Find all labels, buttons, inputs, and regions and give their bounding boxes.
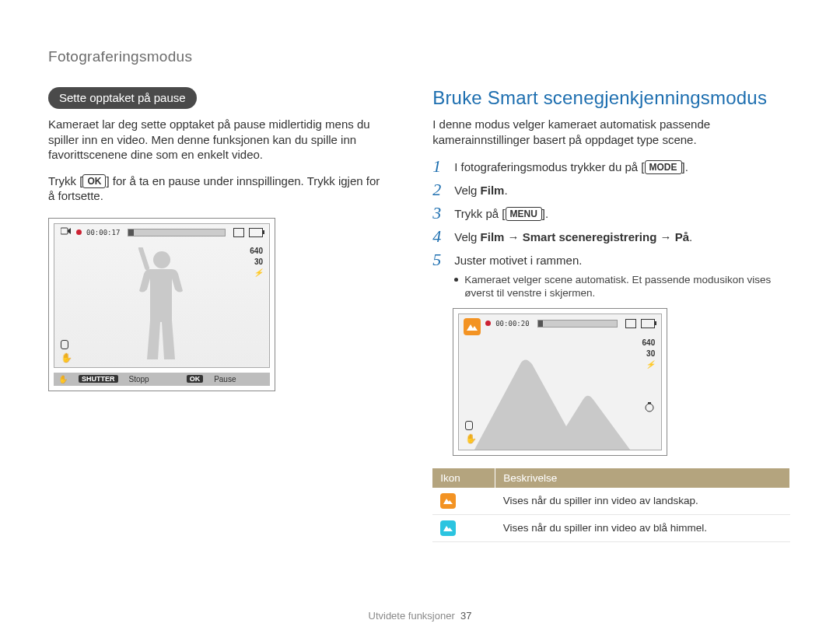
- left-indicators: ✋: [61, 340, 72, 364]
- step-number: 3: [432, 205, 445, 222]
- step-number: 1: [432, 158, 445, 175]
- table-row: Vises når du spiller inn video av blå hi…: [432, 514, 790, 541]
- step-1: 1 I fotograferingsmodus trykker du på [M…: [432, 158, 793, 175]
- record-dot-icon: [485, 321, 491, 326]
- video-mode-icon: [61, 227, 72, 238]
- right-column: Bruke Smart scenegjenkjenningsmodus I de…: [432, 87, 793, 542]
- step-5: 5 Juster motivet i rammen. Kameraet velg…: [432, 251, 793, 300]
- bold-text: Film: [481, 184, 505, 197]
- text: ].: [542, 207, 548, 220]
- person-silhouette: [126, 247, 198, 364]
- right-intro: I denne modus velger kameraet automatisk…: [432, 117, 793, 147]
- step-number: 2: [432, 181, 445, 198]
- ok-key-label: OK: [187, 375, 204, 383]
- table-header-icon: Ikon: [432, 468, 495, 488]
- step-4: 4 Velg Film → Smart sceneregistrering → …: [432, 228, 793, 245]
- svg-rect-2: [138, 247, 150, 271]
- flash-icon: ⚡: [250, 268, 263, 278]
- table-header-desc: Beskrivelse: [495, 468, 790, 488]
- left-column: Sette opptaket på pause Kameraet lar deg…: [48, 87, 386, 542]
- text: .: [689, 230, 692, 243]
- page-header: Fotograferingsmodus: [48, 48, 793, 65]
- text: Trykk [: [48, 174, 82, 187]
- text: Juster motivet i rammen.: [454, 254, 582, 267]
- bold-text: Film → Smart sceneregistrering → På: [481, 230, 689, 243]
- text: .: [504, 184, 507, 197]
- lcd-footer: ✋ SHUTTER Stopp OK Pause: [54, 373, 270, 386]
- svg-rect-0: [61, 228, 68, 234]
- subsection-pill: Sette opptaket på pause: [48, 87, 197, 109]
- table-cell-desc: Vises når du spiller inn video av landsk…: [495, 488, 790, 515]
- ok-action: Pause: [214, 375, 236, 384]
- mic-icon: [61, 340, 68, 349]
- lcd-preview-left: 00:00:17 640 30 ⚡ ✋: [48, 218, 275, 391]
- landscape-mode-badge: [464, 318, 481, 335]
- table-row: Vises når du spiller inn video av landsk…: [432, 488, 790, 515]
- footer-label: Utvidete funksjoner: [369, 610, 455, 622]
- menu-key-icon: MENU: [506, 207, 542, 221]
- page-footer: Utvidete funksjoner 37: [0, 610, 840, 622]
- battery-icon: [641, 319, 655, 328]
- bullet-text: Kameraet velger scene automatisk. Et pas…: [464, 273, 793, 300]
- progress-bar: [128, 229, 226, 236]
- elapsed-time: 00:00:20: [495, 320, 529, 328]
- shutter-action: Stopp: [129, 375, 149, 384]
- resolution: 640: [250, 246, 263, 257]
- stabilize-icon: ✋: [61, 352, 72, 363]
- table-cell-desc: Vises når du spiller inn video av blå hi…: [495, 514, 790, 541]
- shutter-key-label: SHUTTER: [79, 375, 118, 383]
- ok-key-icon: OK: [82, 174, 106, 188]
- elapsed-time: 00:00:17: [86, 229, 120, 236]
- stabilize-footer-icon: ✋: [58, 375, 68, 384]
- battery-icon: [249, 228, 263, 237]
- svg-rect-4: [648, 402, 651, 404]
- mode-key-icon: MODE: [645, 160, 682, 174]
- text: Velg: [454, 184, 480, 197]
- landscape-icon: [440, 493, 456, 509]
- mic-icon: [465, 421, 473, 430]
- svg-point-1: [153, 251, 170, 268]
- resolution-indicators: 640 30 ⚡: [250, 246, 263, 278]
- progress-bar: [537, 320, 618, 328]
- step-number: 4: [432, 228, 445, 245]
- text: Trykk på [: [454, 207, 505, 220]
- fps: 30: [250, 257, 263, 268]
- record-dot-icon: [76, 229, 82, 235]
- step-number: 5: [432, 251, 445, 300]
- page-number: 37: [460, 610, 471, 622]
- mountain-silhouette: [474, 356, 646, 450]
- bullet-dot-icon: [454, 278, 458, 282]
- resolution: 640: [642, 338, 656, 349]
- text: I fotograferingsmodus trykker du på [: [454, 160, 644, 173]
- lcd-preview-right: 00:00:20 640 30 ⚡: [453, 308, 667, 456]
- left-paragraph-2: Trykk [OK] for å ta en pause under innsp…: [48, 173, 386, 204]
- step-2: 2 Velg Film.: [432, 181, 793, 198]
- icon-description-table: Ikon Beskrivelse Vises når du spiller in…: [432, 468, 790, 542]
- step-5-bullet: Kameraet velger scene automatisk. Et pas…: [454, 273, 793, 300]
- card-icon: [233, 228, 244, 237]
- section-title: Bruke Smart scenegjenkjenningsmodus: [432, 87, 793, 109]
- card-icon: [625, 319, 636, 328]
- text: ].: [682, 160, 688, 173]
- left-paragraph-1: Kameraet lar deg sette opptaket på pause…: [48, 117, 386, 163]
- step-3: 3 Trykk på [MENU].: [432, 205, 793, 222]
- sky-icon: [440, 520, 456, 536]
- text: Velg: [454, 230, 480, 243]
- svg-point-3: [646, 404, 653, 412]
